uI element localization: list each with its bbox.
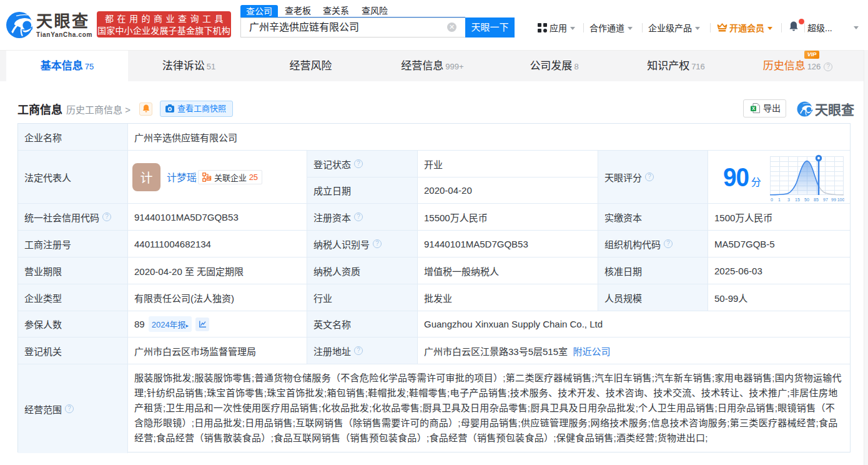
svg-text:97: 97 [823,198,828,202]
svg-text:天眼查: 天眼查 [815,102,854,117]
svg-text:99: 99 [831,198,836,202]
svg-text:3: 3 [787,198,790,202]
svg-text:85: 85 [814,198,819,202]
svg-text:企: 企 [207,175,211,180]
svg-text:0: 0 [771,198,773,202]
svg-text:X: X [752,106,755,111]
svg-text:15: 15 [795,198,800,202]
svg-text:100: 100 [837,198,844,202]
svg-text:50: 50 [804,198,809,202]
svg-text:1: 1 [778,198,781,202]
